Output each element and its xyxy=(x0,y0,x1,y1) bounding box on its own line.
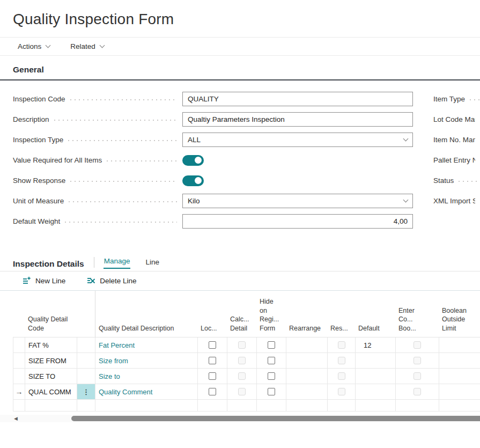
field-row-item-type: Item Type xyxy=(433,92,480,106)
empty-row-cell[interactable] xyxy=(25,400,77,412)
field-row-inspection-code: Inspection CodeQUALITY xyxy=(13,92,413,106)
field-row-lot-code-man: Lot Code Man xyxy=(433,112,480,127)
hide-on-reg-form-checkbox[interactable] xyxy=(268,357,275,364)
tab-manage[interactable]: Manage xyxy=(104,257,131,269)
empty-row-cell[interactable] xyxy=(355,400,395,412)
row-menu-cell[interactable]: ⋮ xyxy=(77,384,95,400)
boolean-outside-limit-cell[interactable] xyxy=(439,353,480,369)
toggle-on[interactable] xyxy=(182,175,204,186)
field-row-inspection-type: Inspection TypeALL xyxy=(13,133,413,147)
hide-on-reg-form-cell xyxy=(256,369,286,384)
res-cell xyxy=(327,337,355,353)
field-value: Kilo xyxy=(188,197,200,205)
loc-checkbox[interactable] xyxy=(209,357,216,364)
toggle-knob xyxy=(195,157,202,164)
rearrange-cell[interactable] xyxy=(286,369,327,384)
res-checkbox xyxy=(338,357,345,364)
loc-cell xyxy=(197,384,227,400)
quality-detail-code-cell[interactable]: QUAL COMM xyxy=(25,384,77,400)
select-unit-of-measure[interactable]: Kilo xyxy=(182,194,413,208)
boolean-outside-limit-cell[interactable] xyxy=(439,337,480,353)
field-label: Inspection Type xyxy=(13,136,63,144)
hide-on-reg-form-cell xyxy=(256,353,286,369)
column-header-6: Hide on Regi... Form xyxy=(256,291,286,337)
calc-detail-checkbox xyxy=(238,341,246,349)
hide-on-reg-form-cell xyxy=(256,337,286,353)
toggle-on[interactable] xyxy=(182,155,204,166)
row-menu-cell[interactable] xyxy=(77,369,95,384)
select-inspection-type[interactable]: ALL xyxy=(182,133,413,147)
loc-checkbox[interactable] xyxy=(209,388,216,395)
quality-detail-code-cell[interactable]: SIZE TO xyxy=(25,369,77,384)
menu-related[interactable]: Related xyxy=(70,42,104,50)
field-label: Item Type xyxy=(433,95,465,103)
empty-row-cell[interactable] xyxy=(286,400,327,412)
field-label: Inspection Code xyxy=(13,95,65,103)
empty-row-cell[interactable] xyxy=(395,400,439,412)
loc-checkbox[interactable] xyxy=(209,372,216,380)
column-header-11: Boolean Outside Limit xyxy=(439,291,480,337)
scroll-left-arrow-icon[interactable]: ◀ xyxy=(14,415,18,422)
row-menu-cell[interactable] xyxy=(77,337,95,353)
column-header-5: Calc... Detail xyxy=(227,291,256,337)
new-line-button[interactable]: New Line xyxy=(23,276,65,285)
rearrange-cell[interactable] xyxy=(286,337,327,353)
hide-on-reg-form-cell xyxy=(256,384,286,400)
field-row-xml-import-s: XML Import S xyxy=(433,194,480,208)
default-cell[interactable]: 12 xyxy=(355,337,395,353)
quality-detail-code-cell[interactable]: SIZE FROM xyxy=(25,353,77,369)
row-selector-cell[interactable]: → xyxy=(13,384,25,400)
empty-row-cell[interactable] xyxy=(77,400,95,412)
rearrange-cell[interactable] xyxy=(286,353,327,369)
general-right-fields: Item TypeLot Code ManItem No. ManPallet … xyxy=(433,92,480,214)
quality-detail-description-cell[interactable]: Size from xyxy=(95,353,197,369)
empty-row-cell[interactable] xyxy=(197,400,227,412)
boolean-outside-limit-cell[interactable] xyxy=(439,384,480,400)
field-label: Value Required for All Items xyxy=(13,156,102,164)
delete-line-label: Delete Line xyxy=(100,277,136,285)
hide-on-reg-form-checkbox[interactable] xyxy=(268,341,275,349)
quality-detail-description-cell[interactable]: Fat Percent xyxy=(95,337,197,353)
scrollbar-thumb[interactable] xyxy=(71,416,480,421)
default-cell[interactable] xyxy=(355,353,395,369)
hide-on-reg-form-checkbox[interactable] xyxy=(268,372,275,380)
row-menu-cell[interactable] xyxy=(77,353,95,369)
input-description[interactable]: Qualtiy Parameters Inspection xyxy=(182,112,413,127)
field-label: Lot Code Man xyxy=(433,115,475,123)
field-value: Qualtiy Parameters Inspection xyxy=(188,115,285,123)
empty-row-cell[interactable] xyxy=(256,400,286,412)
input-default-weight[interactable]: 4,00 xyxy=(182,214,413,229)
tab-line[interactable]: Line xyxy=(145,258,160,269)
empty-row-cell[interactable] xyxy=(327,400,355,412)
rearrange-cell[interactable] xyxy=(286,384,327,400)
quality-detail-description-cell[interactable]: Size to xyxy=(95,369,197,384)
row-menu-ellipsis-icon[interactable]: ⋮ xyxy=(83,388,90,395)
quality-detail-code-cell[interactable]: FAT % xyxy=(25,337,77,353)
res-cell xyxy=(327,369,355,384)
input-inspection-code[interactable]: QUALITY xyxy=(182,92,413,106)
empty-row-cell[interactable] xyxy=(95,400,197,412)
menubar: Actions Related xyxy=(0,37,480,56)
hide-on-reg-form-checkbox[interactable] xyxy=(268,388,275,395)
menu-actions[interactable]: Actions xyxy=(18,42,50,50)
row-selector-cell[interactable] xyxy=(13,369,25,384)
calc-detail-cell xyxy=(227,337,256,353)
empty-row-cell[interactable] xyxy=(13,400,25,412)
leader-dots xyxy=(69,201,177,202)
field-value: QUALITY xyxy=(188,95,219,103)
loc-checkbox[interactable] xyxy=(209,341,216,349)
column-header-3: Quality Detail Description xyxy=(95,291,197,337)
field-row-default-weight: Default Weight4,00 xyxy=(13,214,413,229)
default-cell[interactable] xyxy=(355,369,395,384)
horizontal-scrollbar[interactable]: ◀ xyxy=(0,415,480,422)
quality-detail-description-cell[interactable]: Quality Comment xyxy=(95,384,197,400)
empty-row-cell[interactable] xyxy=(439,400,480,412)
empty-row-cell[interactable] xyxy=(227,400,256,412)
default-cell[interactable] xyxy=(355,384,395,400)
enter-co-boolean-cell xyxy=(395,384,439,400)
delete-line-button[interactable]: Delete Line xyxy=(87,276,136,285)
row-selector-cell[interactable] xyxy=(13,353,25,369)
column-header-1: Quality Detail Code xyxy=(25,291,77,337)
row-selector-cell[interactable] xyxy=(13,337,25,353)
boolean-outside-limit-cell[interactable] xyxy=(439,369,480,384)
